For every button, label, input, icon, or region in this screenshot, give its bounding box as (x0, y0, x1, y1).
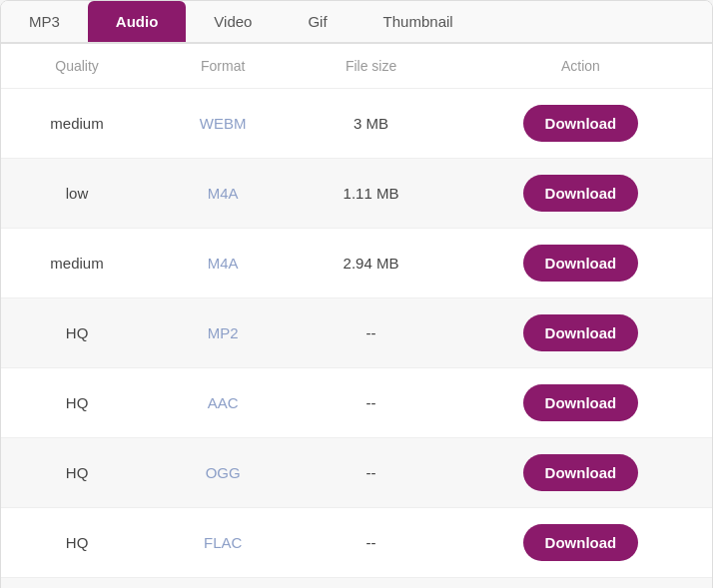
cell-quality: medium (1, 89, 153, 159)
cell-format: OGG (153, 438, 293, 508)
cell-format: FLAC (153, 508, 293, 578)
table-row: mediumWEBM3 MBDownload (1, 89, 712, 159)
cell-filesize: 2.94 MB (293, 229, 449, 298)
cell-quality: HQ (1, 438, 153, 508)
cell-action: Download (449, 508, 712, 578)
download-button[interactable]: Download (523, 245, 639, 282)
cell-action: Download (449, 229, 712, 298)
cell-action: Download (449, 438, 712, 508)
table-row: HQMP2--Download (1, 298, 712, 368)
table-wrap: Quality Format File size Action mediumWE… (1, 44, 712, 588)
cell-quality: HQ (1, 298, 153, 368)
audio-table: Quality Format File size Action mediumWE… (1, 44, 712, 588)
tab-audio[interactable]: Audio (88, 1, 187, 42)
tab-video[interactable]: Video (186, 1, 280, 42)
download-button[interactable]: Download (523, 105, 639, 142)
download-button[interactable]: Download (523, 454, 639, 491)
cell-format: WEBM (153, 89, 293, 159)
cell-action: Download (449, 89, 712, 159)
tab-mp3[interactable]: MP3 (1, 1, 88, 42)
col-header-action: Action (449, 44, 712, 89)
cell-filesize: 1.11 MB (293, 159, 449, 229)
table-body: mediumWEBM3 MBDownloadlowM4A1.11 MBDownl… (1, 89, 712, 589)
cell-filesize: -- (293, 508, 449, 578)
cell-action: Download (449, 159, 712, 229)
main-container: MP3AudioVideoGifThumbnail Quality Format… (0, 0, 713, 588)
download-button[interactable]: Download (523, 524, 639, 561)
cell-filesize: -- (293, 368, 449, 438)
cell-filesize: -- (293, 438, 449, 508)
tab-gif[interactable]: Gif (280, 1, 355, 42)
cell-format: MP2 (153, 298, 293, 368)
tab-thumbnail[interactable]: Thumbnail (356, 1, 481, 42)
download-button[interactable]: Download (523, 384, 639, 421)
download-button[interactable]: Download (523, 314, 639, 351)
cell-action: Download (449, 298, 712, 368)
cell-format: M4A (153, 159, 293, 229)
cell-action: Download (449, 368, 712, 438)
cell-filesize: -- (293, 578, 449, 589)
download-button[interactable]: Download (523, 175, 639, 212)
cell-quality: HQ (1, 368, 153, 438)
table-row: HQAAC--Download (1, 368, 712, 438)
col-header-format: Format (153, 44, 293, 89)
cell-format: M4A (153, 229, 293, 298)
cell-action: Download (449, 578, 712, 589)
cell-format: AAC (153, 368, 293, 438)
cell-quality: low (1, 159, 153, 229)
table-row: HQOGG--Download (1, 438, 712, 508)
table-row: HQFLAC--Download (1, 508, 712, 578)
cell-quality: HQ (1, 508, 153, 578)
cell-filesize: -- (293, 298, 449, 368)
table-row: mediumM4A2.94 MBDownload (1, 229, 712, 298)
table-row: lowM4A1.11 MBDownload (1, 159, 712, 229)
table-row: HQWAV--Download (1, 578, 712, 589)
cell-filesize: 3 MB (293, 89, 449, 159)
col-header-filesize: File size (293, 44, 449, 89)
cell-quality: medium (1, 229, 153, 298)
tab-bar: MP3AudioVideoGifThumbnail (1, 1, 712, 44)
col-header-quality: Quality (1, 44, 153, 89)
cell-format: WAV (153, 578, 293, 589)
cell-quality: HQ (1, 578, 153, 589)
